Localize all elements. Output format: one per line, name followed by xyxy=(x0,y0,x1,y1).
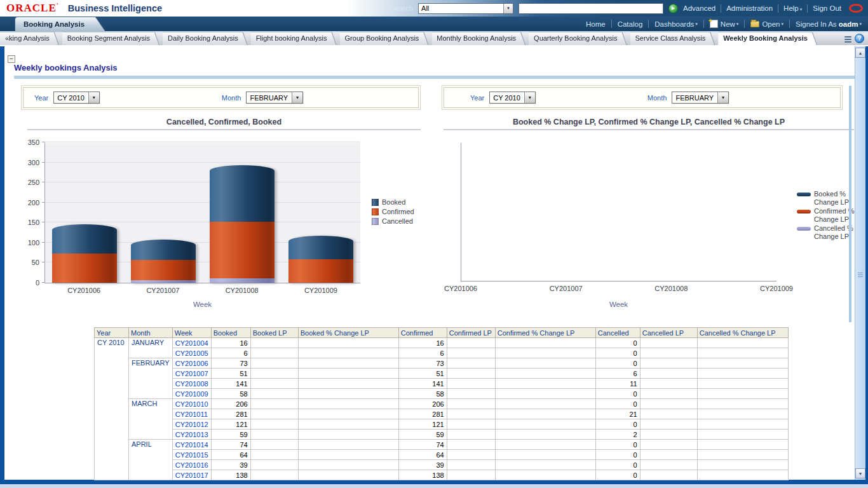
cancelled-lp-cell xyxy=(640,348,697,358)
scrollbar-up-icon[interactable]: ▲ xyxy=(855,48,865,58)
subtab-quarterly-booking-analysis[interactable]: Quarterly Booking Analysis xyxy=(529,32,626,45)
frame-bottom-strip xyxy=(0,484,868,488)
advanced-link[interactable]: Advanced xyxy=(683,4,715,12)
chevron-down-icon[interactable]: ▾ xyxy=(88,92,99,103)
subtab-monthly-booking-analysis[interactable]: Monthly Booking Analysis xyxy=(431,32,525,45)
cancelled-pct-change-lp-cell xyxy=(697,409,788,419)
dashboard-tab-booking-analysis[interactable]: Booking Analysis xyxy=(15,17,105,31)
week-link[interactable]: CY201015 xyxy=(172,450,211,460)
x-tick-label: CY201006 xyxy=(44,287,123,294)
week-link[interactable]: CY201012 xyxy=(172,419,211,430)
search-scope-value: All xyxy=(419,4,503,12)
booked-segment[interactable] xyxy=(131,240,196,260)
chevron-down-icon[interactable]: ▾ xyxy=(524,92,535,103)
column-header-booked-change-lp[interactable]: Booked % Change LP xyxy=(298,328,398,338)
x-tick-label: CY201007 xyxy=(550,285,583,292)
subtab-group-booking-analysis[interactable]: Group Booking Analysis xyxy=(340,32,428,45)
booked-segment[interactable] xyxy=(288,236,353,259)
week-link[interactable]: CY201011 xyxy=(172,409,211,419)
catalog-link[interactable]: Catalog xyxy=(618,20,643,28)
scrollbar-down-icon[interactable]: ▼ xyxy=(855,468,865,478)
month-select-left[interactable]: FEBRUARY ▾ xyxy=(246,92,303,104)
column-header-booked-lp[interactable]: Booked LP xyxy=(250,328,298,338)
chevron-down-icon[interactable]: ▾ xyxy=(717,92,728,103)
confirmed-segment[interactable] xyxy=(52,254,117,283)
week-link[interactable]: CY201008 xyxy=(172,379,211,389)
column-header-month[interactable]: Month xyxy=(129,328,173,338)
page-options-icon[interactable] xyxy=(844,34,851,43)
booked-segment[interactable] xyxy=(52,224,117,254)
chevron-down-icon[interactable]: ▾ xyxy=(292,92,302,103)
search-scope-select[interactable]: All ▾ xyxy=(418,3,513,14)
cancelled-segment[interactable] xyxy=(131,280,196,283)
confirmed-cell: 281 xyxy=(398,409,447,419)
bar-cy201009[interactable] xyxy=(288,236,353,283)
subtab-booking-segment-analysis[interactable]: Booking Segment Analysis xyxy=(62,32,159,45)
vertical-scrollbar[interactable]: ▲ ▼ xyxy=(855,46,865,480)
subtab-service-class-analysis[interactable]: Service Class Analysis xyxy=(630,32,715,45)
subtab-king-analysis[interactable]: «king Analysis xyxy=(0,32,58,45)
cancelled-segment[interactable] xyxy=(210,278,275,283)
week-link[interactable]: CY201017 xyxy=(172,470,211,480)
column-header-cancelled-change-lp[interactable]: Cancelled % Change LP xyxy=(697,328,788,338)
search-go-button[interactable]: ▶ xyxy=(668,4,678,13)
chevron-down-icon[interactable]: ▾ xyxy=(503,4,513,13)
divider xyxy=(648,20,649,28)
column-header-cancelled[interactable]: Cancelled xyxy=(595,328,640,338)
week-link[interactable]: CY201004 xyxy=(172,338,211,348)
year-select-right[interactable]: CY 2010 ▾ xyxy=(489,92,536,104)
column-header-booked[interactable]: Booked xyxy=(211,328,250,338)
subtab-weekly-booking-analysis[interactable]: Weekly Booking Analysis xyxy=(718,32,817,45)
confirmed-lp-cell xyxy=(447,450,495,460)
subtab-daily-booking-analysis[interactable]: Daily Booking Analysis xyxy=(163,32,247,45)
column-header-confirmed-change-lp[interactable]: Confirmed % Change LP xyxy=(495,328,595,338)
dashboards-menu[interactable]: Dashboards▾ xyxy=(654,20,698,28)
week-link[interactable]: CY201005 xyxy=(172,348,211,358)
week-link[interactable]: CY201006 xyxy=(172,358,211,369)
sign-out-link[interactable]: Sign Out xyxy=(813,4,841,12)
column-header-cancelled-lp[interactable]: Cancelled LP xyxy=(640,328,697,338)
booked-lp-cell xyxy=(250,409,298,419)
subtab-flight-booking-analysis[interactable]: Flight booking Analysis xyxy=(251,32,336,45)
week-link[interactable]: CY201016 xyxy=(172,460,211,470)
help-icon[interactable]: ? xyxy=(855,34,864,43)
product-name: Business Intelligence xyxy=(68,3,162,13)
column-header-year[interactable]: Year xyxy=(95,328,129,338)
search-input[interactable] xyxy=(519,3,663,14)
month-select-right[interactable]: FEBRUARY ▾ xyxy=(672,92,729,104)
home-link[interactable]: Home xyxy=(586,20,606,28)
bar-cy201006[interactable] xyxy=(52,224,117,283)
week-link[interactable]: CY201007 xyxy=(172,369,211,379)
x-tick-label: CY201008 xyxy=(654,285,688,292)
bar-chart-legend: BookedConfirmedCancelled xyxy=(372,198,414,226)
week-link[interactable]: CY201014 xyxy=(172,440,211,450)
confirmed-segment[interactable] xyxy=(210,222,275,278)
bar-cy201008[interactable] xyxy=(210,165,275,283)
week-link[interactable]: CY201010 xyxy=(172,399,211,409)
bar-cy201007[interactable] xyxy=(131,240,196,283)
confirmed-segment[interactable] xyxy=(131,260,196,280)
booked-lp-cell xyxy=(250,379,298,389)
line-x-axis-labels: CY201006CY201007CY201008CY201009 xyxy=(461,285,776,294)
column-header-confirmed[interactable]: Confirmed xyxy=(398,328,447,338)
help-menu[interactable]: Help▾ xyxy=(783,4,802,12)
confirmed-cell: 51 xyxy=(398,369,447,379)
filter-panel-right: Year CY 2010 ▾ Month FEBRUARY ▾ xyxy=(442,85,843,110)
week-link[interactable]: CY201013 xyxy=(172,430,211,440)
new-menu[interactable]: ✦New▾ xyxy=(710,20,739,28)
year-cell: CY 2010 xyxy=(95,338,129,480)
confirmed-segment[interactable] xyxy=(288,259,353,283)
column-splitter[interactable] xyxy=(849,86,851,322)
scrollbar-thumb[interactable] xyxy=(858,273,863,277)
booked-segment[interactable] xyxy=(210,165,275,222)
signed-in-menu[interactable]: Signed In As oadm▾ xyxy=(796,20,862,28)
administration-link[interactable]: Administration xyxy=(726,4,773,12)
confirmed-cell: 64 xyxy=(398,450,447,460)
collapse-section-button[interactable]: − xyxy=(8,55,15,63)
column-header-week[interactable]: Week xyxy=(172,328,211,338)
year-select-left[interactable]: CY 2010 ▾ xyxy=(53,92,100,104)
column-header-confirmed-lp[interactable]: Confirmed LP xyxy=(447,328,495,338)
confirmed-pct-change-lp-cell xyxy=(495,419,595,430)
week-link[interactable]: CY201009 xyxy=(172,389,211,399)
open-menu[interactable]: Open▾ xyxy=(750,20,783,28)
